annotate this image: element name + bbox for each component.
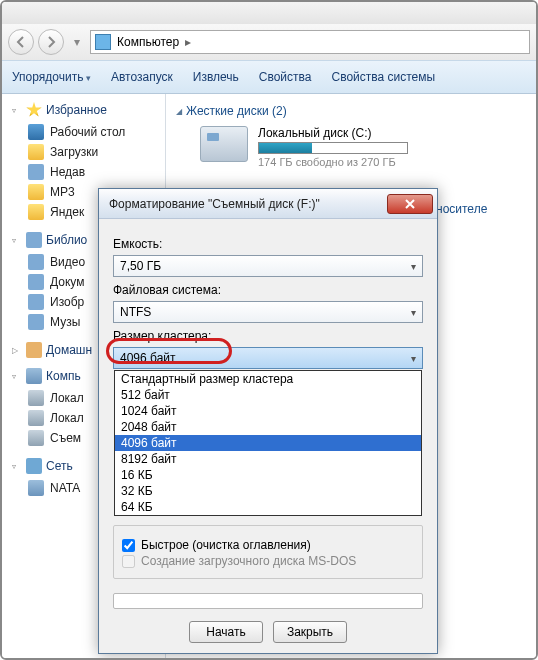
star-icon — [26, 102, 42, 118]
sidebar-item-recent[interactable]: Недав — [10, 162, 165, 182]
computer-label: Компь — [46, 369, 81, 383]
address-bar[interactable]: Компьютер ▸ — [90, 30, 530, 54]
dropdown-option[interactable]: 1024 байт — [115, 403, 421, 419]
folder-icon — [28, 184, 44, 200]
msdos-boot-checkbox: Создание загрузочного диска MS-DOS — [122, 554, 414, 568]
capacity-combo[interactable]: 7,50 ГБ — [113, 255, 423, 277]
properties-button[interactable]: Свойства — [259, 70, 312, 84]
drive-icon — [28, 430, 44, 446]
dropdown-option[interactable]: Стандартный размер кластера — [115, 371, 421, 387]
computer-icon — [28, 480, 44, 496]
autoplay-button[interactable]: Автозапуск — [111, 70, 173, 84]
folder-icon — [28, 204, 44, 220]
filesystem-combo[interactable]: NTFS — [113, 301, 423, 323]
format-progress-bar — [113, 593, 423, 609]
dropdown-option[interactable]: 16 КБ — [115, 467, 421, 483]
breadcrumb-separator-icon[interactable]: ▸ — [185, 35, 191, 49]
computer-icon — [26, 368, 42, 384]
format-options-group: Быстрое (очистка оглавления) Создание за… — [113, 525, 423, 579]
dropdown-option[interactable]: 32 КБ — [115, 483, 421, 499]
libraries-icon — [26, 232, 42, 248]
dialog-title: Форматирование "Съемный диск (F:)" — [109, 197, 387, 211]
recent-icon — [28, 164, 44, 180]
arrow-right-icon — [43, 34, 59, 50]
video-icon — [28, 254, 44, 270]
command-bar: Упорядочить Автозапуск Извлечь Свойства … — [2, 60, 536, 94]
favorites-label: Избранное — [46, 103, 107, 117]
format-dialog: Форматирование "Съемный диск (F:)" Емкос… — [98, 188, 438, 654]
cluster-size-combo[interactable]: 4096 байт Стандартный размер кластера 51… — [113, 347, 423, 369]
quick-format-checkbox[interactable]: Быстрое (очистка оглавления) — [122, 538, 414, 552]
hdd-category-header[interactable]: Жесткие диски (2) — [176, 104, 536, 118]
computer-icon — [95, 34, 111, 50]
window-titlebar — [2, 2, 536, 24]
msdos-boot-input — [122, 555, 135, 568]
drive-icon — [28, 410, 44, 426]
cluster-size-label: Размер кластера: — [113, 329, 423, 343]
favorites-group[interactable]: Избранное — [10, 102, 165, 118]
dropdown-option[interactable]: 2048 байт — [115, 419, 421, 435]
system-properties-button[interactable]: Свойства системы — [331, 70, 435, 84]
dropdown-option[interactable]: 8192 байт — [115, 451, 421, 467]
close-icon — [404, 199, 416, 209]
eject-button[interactable]: Извлечь — [193, 70, 239, 84]
dialog-titlebar[interactable]: Форматирование "Съемный диск (F:)" — [99, 189, 437, 219]
nav-bar: ▾ Компьютер ▸ — [2, 24, 536, 60]
organize-menu[interactable]: Упорядочить — [12, 70, 91, 84]
removable-hint: носителе — [436, 202, 536, 216]
network-label: Сеть — [46, 459, 73, 473]
hard-drive-icon — [200, 126, 248, 162]
drive-space-bar — [258, 142, 408, 154]
picture-icon — [28, 294, 44, 310]
arrow-left-icon — [13, 34, 29, 50]
drive-item[interactable]: Локальный диск (C:) 174 ГБ свободно из 2… — [200, 126, 536, 168]
capacity-value: 7,50 ГБ — [120, 259, 161, 273]
capacity-label: Емкость: — [113, 237, 423, 251]
cluster-size-dropdown: Стандартный размер кластера 512 байт 102… — [114, 370, 422, 516]
dropdown-option[interactable]: 512 байт — [115, 387, 421, 403]
cluster-size-value: 4096 байт — [120, 351, 176, 365]
msdos-boot-label: Создание загрузочного диска MS-DOS — [141, 554, 356, 568]
homegroup-icon — [26, 342, 42, 358]
document-icon — [28, 274, 44, 290]
nav-history-dropdown[interactable]: ▾ — [68, 29, 86, 55]
filesystem-label: Файловая система: — [113, 283, 423, 297]
folder-icon — [28, 144, 44, 160]
homegroup-label: Домашн — [46, 343, 92, 357]
network-icon — [26, 458, 42, 474]
dropdown-option-selected[interactable]: 4096 байт — [115, 435, 421, 451]
filesystem-value: NTFS — [120, 305, 151, 319]
close-button[interactable] — [387, 194, 433, 214]
back-button[interactable] — [8, 29, 34, 55]
quick-format-input[interactable] — [122, 539, 135, 552]
desktop-icon — [28, 124, 44, 140]
sidebar-item-downloads[interactable]: Загрузки — [10, 142, 165, 162]
start-button[interactable]: Начать — [189, 621, 263, 643]
close-dialog-button[interactable]: Закрыть — [273, 621, 347, 643]
address-text: Компьютер — [117, 35, 179, 49]
libraries-label: Библио — [46, 233, 87, 247]
drive-icon — [28, 390, 44, 406]
drive-name: Локальный диск (C:) — [258, 126, 408, 140]
music-icon — [28, 314, 44, 330]
drive-free-text: 174 ГБ свободно из 270 ГБ — [258, 156, 408, 168]
dropdown-option[interactable]: 64 КБ — [115, 499, 421, 515]
forward-button[interactable] — [38, 29, 64, 55]
quick-format-label: Быстрое (очистка оглавления) — [141, 538, 311, 552]
sidebar-item-desktop[interactable]: Рабочий стол — [10, 122, 165, 142]
